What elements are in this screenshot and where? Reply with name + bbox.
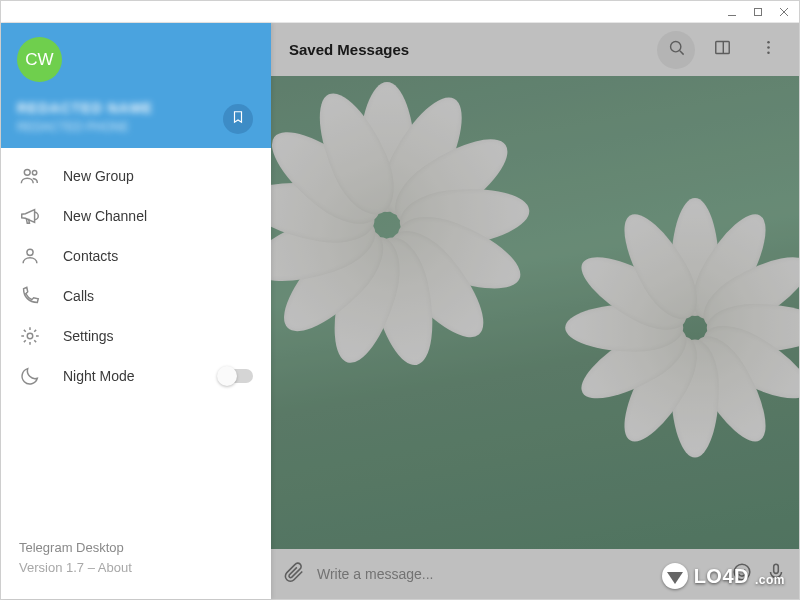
search-icon [667,38,686,61]
paperclip-icon [283,569,305,586]
attach-button[interactable] [283,561,305,587]
gear-icon [19,325,41,347]
chat-body [271,76,799,549]
group-icon [19,165,41,187]
svg-point-12 [767,41,770,44]
user-display-name: REDACTED NAME [17,100,255,116]
menu-item-new-channel[interactable]: New Channel [1,196,271,236]
about-link[interactable]: About [98,560,132,575]
chat-header: Saved Messages [271,23,799,76]
app-window: CW REDACTED NAME REDACTED PHONE [0,0,800,600]
svg-point-4 [24,169,30,175]
menu-item-label: Calls [63,288,253,304]
message-placeholder: Write a message... [317,566,433,582]
svg-point-13 [767,46,770,49]
svg-rect-10 [715,42,728,54]
watermark-suffix: .com [755,573,785,587]
user-phone: REDACTED PHONE [17,120,255,134]
app-version-line: Version 1.7 – About [19,558,253,578]
phone-icon [19,285,41,307]
menu-item-night-mode[interactable]: Night Mode [1,356,271,396]
version-prefix: Version [19,560,66,575]
svg-point-6 [27,249,33,255]
svg-point-5 [32,171,36,175]
user-info: REDACTED NAME REDACTED PHONE [17,100,255,134]
moon-icon [19,365,41,387]
saved-messages-button[interactable] [223,104,253,134]
chat-area: Saved Messages [271,23,799,599]
app-name-label: Telegram Desktop [19,538,253,558]
menu-item-new-group[interactable]: New Group [1,156,271,196]
drawer-footer: Telegram Desktop Version 1.7 – About [1,538,271,599]
window-close-button[interactable] [777,5,791,19]
sidebar-toggle-button[interactable] [703,31,741,69]
chat-background-image [271,76,799,549]
drawer-header: CW REDACTED NAME REDACTED PHONE [1,23,271,148]
menu-item-label: New Group [63,168,253,184]
menu-item-calls[interactable]: Calls [1,276,271,316]
drawer-menu: New Group New Channel Contacts [1,148,271,538]
menu-item-label: Settings [63,328,253,344]
menu-item-contacts[interactable]: Contacts [1,236,271,276]
svg-point-8 [670,42,680,52]
watermark: LO4D.com [662,563,785,589]
night-mode-toggle[interactable] [219,369,253,383]
bookmark-icon [231,110,245,128]
watermark-text: LO4D [694,565,749,588]
window-minimize-button[interactable] [725,5,739,19]
main-menu-drawer: CW REDACTED NAME REDACTED PHONE [1,23,271,599]
svg-point-7 [27,333,33,339]
search-button[interactable] [657,31,695,69]
window-maximize-button[interactable] [751,5,765,19]
chat-title: Saved Messages [289,41,649,58]
message-input[interactable]: Write a message... [317,566,719,582]
version-separator: – [84,560,98,575]
svg-line-9 [679,51,683,55]
menu-item-label: New Channel [63,208,253,224]
avatar-initials: CW [25,50,53,70]
megaphone-icon [19,205,41,227]
panel-icon [713,38,732,61]
more-vertical-icon [759,38,778,61]
window-titlebar [1,1,799,23]
menu-item-settings[interactable]: Settings [1,316,271,356]
user-avatar[interactable]: CW [17,37,62,82]
person-icon [19,245,41,267]
svg-point-14 [767,51,770,54]
menu-item-label: Night Mode [63,368,197,384]
more-menu-button[interactable] [749,31,787,69]
svg-rect-1 [755,8,762,15]
menu-item-label: Contacts [63,248,253,264]
watermark-logo-icon [662,563,688,589]
version-number: 1.7 [66,560,84,575]
